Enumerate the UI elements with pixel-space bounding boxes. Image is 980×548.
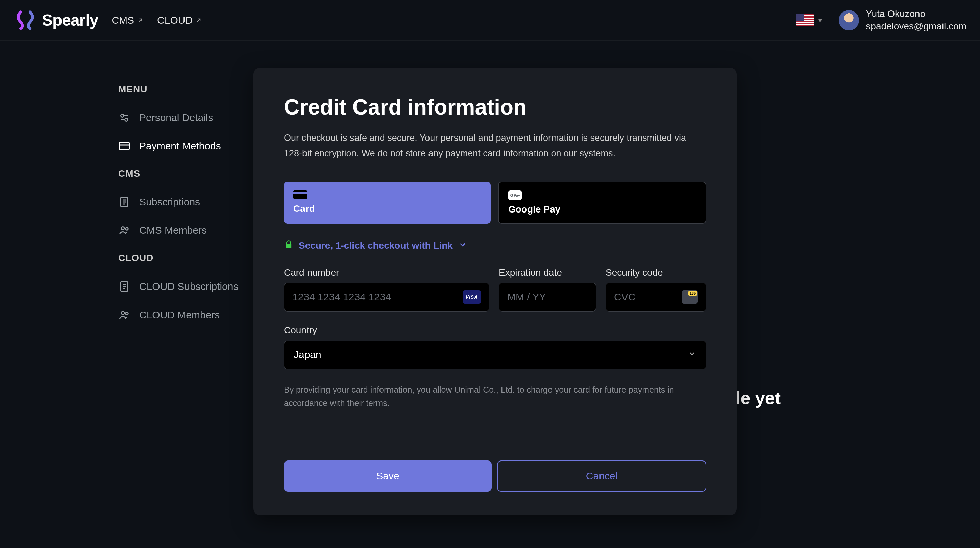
members-icon — [118, 224, 130, 237]
expiration-input-wrap — [499, 283, 596, 311]
payment-method-card[interactable]: Card — [284, 182, 491, 224]
expiration-label: Expiration date — [499, 267, 596, 278]
lock-icon — [284, 240, 293, 252]
user-menu[interactable]: Yuta Okuzono spadeloves@gmail.com — [839, 8, 966, 32]
nav-label: CMS — [111, 14, 134, 26]
payment-method-gpay[interactable]: G Pay Google Pay — [498, 182, 706, 224]
modal-title: Credit Card information — [284, 95, 706, 119]
cvc-input-wrap — [606, 283, 706, 311]
disclaimer-text: By providing your card information, you … — [284, 383, 706, 410]
locale-selector[interactable]: ▾ — [796, 14, 822, 26]
link-checkout-label: Secure, 1-click checkout with Link — [299, 240, 453, 251]
topbar: Spearly CMS CLOUD ▾ Yuta Okuzono spadelo… — [0, 0, 980, 41]
members-icon — [118, 309, 130, 321]
sidebar-section-title-cms: CMS — [118, 168, 253, 179]
logo-text: Spearly — [42, 11, 98, 29]
svg-point-1 — [125, 118, 128, 121]
card-icon — [293, 190, 307, 199]
sidebar-item-label: CLOUD Subscriptions — [139, 281, 238, 292]
sidebar-item-payment-methods[interactable]: Payment Methods — [118, 140, 253, 152]
logo[interactable]: Spearly — [14, 8, 98, 32]
sidebar-section-title-menu: MENU — [118, 84, 253, 95]
country-select[interactable]: Japan — [284, 341, 706, 369]
sidebar-item-label: Personal Details — [139, 112, 213, 123]
expiration-input[interactable] — [507, 291, 588, 303]
content-area: ble yet Credit Card information Our chec… — [253, 41, 980, 337]
user-info: Yuta Okuzono spadeloves@gmail.com — [866, 8, 966, 32]
save-button[interactable]: Save — [284, 461, 492, 492]
cvc-group: Security code — [606, 267, 706, 311]
chevron-down-icon — [458, 240, 467, 251]
svg-point-0 — [121, 114, 124, 117]
cancel-button[interactable]: Cancel — [497, 461, 706, 492]
external-link-icon — [137, 17, 144, 24]
nav-label: CLOUD — [157, 14, 192, 26]
cvc-label: Security code — [606, 267, 706, 278]
card-fields-row: Card number VISA Expiration date Securit… — [284, 267, 706, 311]
flag-us-icon — [796, 14, 815, 26]
svg-point-5 — [126, 228, 129, 230]
receipt-icon — [118, 280, 130, 292]
nav-links: CMS CLOUD — [111, 14, 202, 26]
avatar — [839, 10, 859, 30]
card-number-input[interactable] — [292, 291, 463, 303]
svg-rect-2 — [119, 143, 129, 150]
nav-link-cloud[interactable]: CLOUD — [157, 14, 202, 26]
topbar-right: ▾ Yuta Okuzono spadeloves@gmail.com — [796, 8, 966, 32]
sidebar-item-label: Subscriptions — [139, 196, 200, 208]
sidebar-section-title-cloud: CLOUD — [118, 253, 253, 264]
gpay-icon: G Pay — [508, 191, 522, 200]
country-group: Country Japan — [284, 325, 706, 383]
svg-point-8 — [126, 312, 129, 315]
card-number-input-wrap: VISA — [284, 283, 489, 311]
user-name: Yuta Okuzono — [866, 8, 966, 20]
nav-link-cms[interactable]: CMS — [111, 14, 144, 26]
sidebar-item-label: Payment Methods — [139, 140, 221, 152]
visa-icon: VISA — [463, 290, 481, 304]
card-number-label: Card number — [284, 267, 489, 278]
chevron-down-icon: ▾ — [818, 16, 822, 24]
svg-point-7 — [121, 311, 124, 315]
payment-method-tabs: Card G Pay Google Pay — [284, 182, 706, 224]
credit-card-icon — [118, 140, 130, 152]
sidebar-item-cms-members[interactable]: CMS Members — [118, 224, 253, 237]
cvc-hint-icon — [682, 290, 698, 304]
payment-method-label: Card — [293, 203, 481, 214]
settings-icon — [118, 111, 130, 124]
link-checkout-toggle[interactable]: Secure, 1-click checkout with Link — [284, 240, 706, 252]
user-email: spadeloves@gmail.com — [866, 20, 966, 32]
svg-point-4 — [121, 227, 124, 230]
modal-actions: Save Cancel — [284, 461, 706, 492]
receipt-icon — [118, 196, 130, 208]
sidebar-item-cloud-subscriptions[interactable]: CLOUD Subscriptions — [118, 280, 253, 292]
sidebar-item-personal-details[interactable]: Personal Details — [118, 111, 253, 124]
main: MENU Personal Details Payment Methods CM… — [0, 41, 980, 337]
sidebar-item-subscriptions[interactable]: Subscriptions — [118, 196, 253, 208]
sidebar-item-cloud-members[interactable]: CLOUD Members — [118, 309, 253, 321]
expiration-group: Expiration date — [499, 267, 596, 311]
logo-mark-icon — [14, 8, 37, 32]
cvc-input[interactable] — [614, 291, 682, 303]
credit-card-modal: Credit Card information Our checkout is … — [253, 68, 737, 515]
country-value: Japan — [294, 349, 321, 361]
sidebar-item-label: CLOUD Members — [139, 309, 220, 321]
external-link-icon — [195, 17, 202, 24]
card-number-group: Card number VISA — [284, 267, 489, 311]
chevron-down-icon — [688, 349, 697, 361]
sidebar: MENU Personal Details Payment Methods CM… — [0, 41, 253, 337]
payment-method-label: Google Pay — [508, 204, 696, 215]
sidebar-item-label: CMS Members — [139, 225, 207, 236]
modal-description: Our checkout is safe and secure. Your pe… — [284, 130, 706, 162]
country-label: Country — [284, 325, 706, 336]
